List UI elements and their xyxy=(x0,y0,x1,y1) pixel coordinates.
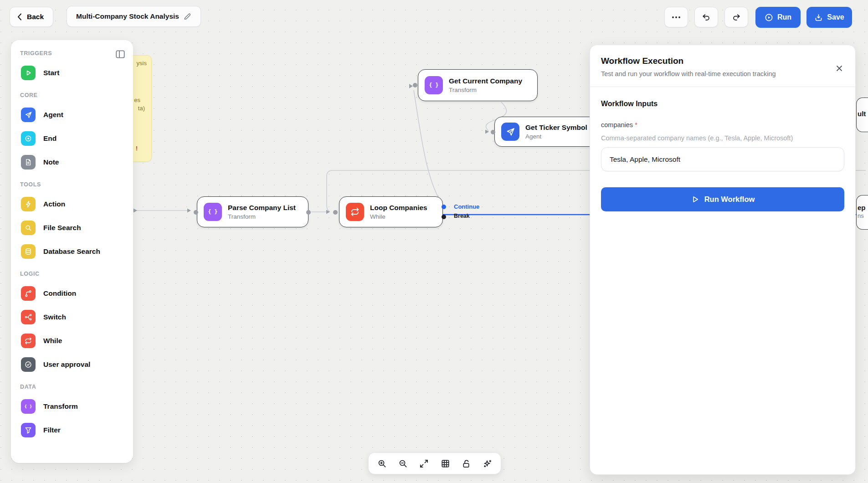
node-subtitle: Transform xyxy=(228,213,296,220)
node-title: Get Ticker Symbol xyxy=(525,123,587,132)
sidebar-section-header: DATA xyxy=(20,384,124,390)
run-workflow-button[interactable]: Run Workflow xyxy=(601,187,844,211)
workflow-inputs-heading: Workflow Inputs xyxy=(601,100,844,108)
sidebar-item-label: User approval xyxy=(43,360,90,369)
sidebar-item-agent[interactable]: Agent xyxy=(19,103,125,127)
sidebar-item-condition[interactable]: Condition xyxy=(19,282,125,305)
clipped-node-text: ult xyxy=(858,110,868,118)
play-icon xyxy=(691,195,699,204)
sidebar-item-label: File Search xyxy=(43,224,81,232)
input-handle[interactable] xyxy=(194,210,198,215)
node-subtitle: Transform xyxy=(449,87,522,93)
loop-icon xyxy=(21,334,36,348)
sidebar-section-header: TOOLS xyxy=(20,181,124,188)
sidebar-item-end[interactable]: End xyxy=(19,127,125,150)
send-icon xyxy=(21,108,36,122)
sidebar-item-label: Filter xyxy=(43,426,61,434)
sidebar-section-header: TRIGGERS xyxy=(20,50,124,57)
grid-icon xyxy=(441,459,450,468)
sidebar-item-label: Action xyxy=(43,200,65,208)
break-edge-label: Break xyxy=(454,213,470,219)
branch-icon xyxy=(21,286,36,301)
input-handle[interactable] xyxy=(491,130,495,134)
close-panel-button[interactable] xyxy=(832,62,844,74)
field-label-text: companies xyxy=(601,121,633,128)
sidebar-sections: TRIGGERSStartCOREAgentEndNoteTOOLSAction… xyxy=(19,50,125,442)
target-icon xyxy=(21,131,36,146)
svg-text:{ }: { } xyxy=(208,209,218,215)
unlock-icon xyxy=(462,459,471,468)
canvas-toolbar xyxy=(368,452,501,474)
collapse-sidebar-button[interactable] xyxy=(112,47,126,61)
panel-title: Workflow Execution xyxy=(601,56,844,66)
check-icon xyxy=(21,357,36,372)
output-handle[interactable] xyxy=(306,210,311,215)
companies-field-label: companies * xyxy=(601,121,844,128)
svg-text:{ }: { } xyxy=(25,404,32,409)
node-subtitle: Agent xyxy=(525,133,587,140)
svg-text:{ }: { } xyxy=(429,82,439,88)
input-handle[interactable] xyxy=(413,83,417,87)
close-icon xyxy=(835,64,843,72)
sidebar-item-start[interactable]: Start xyxy=(19,61,125,85)
sidebar-item-while[interactable]: While xyxy=(19,329,125,353)
bolt-icon xyxy=(21,197,36,211)
note-icon xyxy=(21,155,36,170)
continue-edge-label: Continue xyxy=(454,203,479,210)
sidebar-item-label: Database Search xyxy=(43,247,100,256)
sidebar-item-label: Condition xyxy=(43,289,76,298)
break-handle[interactable] xyxy=(442,215,446,219)
sidebar-item-file-search[interactable]: File Search xyxy=(19,216,125,240)
expand-icon xyxy=(419,459,429,468)
toggle-grid-button[interactable] xyxy=(437,456,453,471)
sidebar-item-action[interactable]: Action xyxy=(19,192,125,216)
braces-icon: { } xyxy=(204,203,222,221)
lock-canvas-button[interactable] xyxy=(459,456,474,471)
sidebar-item-label: Start xyxy=(43,69,59,77)
sidebar-item-transform[interactable]: { }Transform xyxy=(19,395,125,418)
clipped-node[interactable]: ep ns xyxy=(856,195,868,230)
search-icon xyxy=(21,221,36,235)
sticky-text-fragment: ysis xyxy=(137,60,147,67)
edge-continue-to-get-current xyxy=(414,90,443,206)
input-handle[interactable] xyxy=(333,210,338,215)
sidebar-collapse-icon xyxy=(115,49,126,60)
node-parse-company-list[interactable]: { } Parse Company List Transform xyxy=(197,196,308,227)
sidebar-item-database-search[interactable]: Database Search xyxy=(19,240,125,263)
auto-layout-button[interactable] xyxy=(480,456,495,471)
continue-handle[interactable] xyxy=(442,205,446,209)
split-icon xyxy=(21,310,36,324)
node-loop-companies[interactable]: Loop Companies While xyxy=(339,196,443,227)
sidebar-item-label: Transform xyxy=(43,402,78,411)
sidebar-item-user-approval[interactable]: User approval xyxy=(19,353,125,376)
braces-icon: { } xyxy=(425,76,443,94)
loop-icon xyxy=(346,203,364,221)
workflow-execution-panel: Workflow Execution Test and run your wor… xyxy=(590,45,856,475)
sidebar-section-header: CORE xyxy=(20,92,124,98)
clipped-node[interactable]: ult xyxy=(856,98,868,132)
sidebar-item-filter[interactable]: Filter xyxy=(19,418,125,442)
sidebar-item-label: End xyxy=(43,134,56,143)
node-get-current-company[interactable]: { } Get Current Company Transform xyxy=(418,69,538,101)
zoom-in-button[interactable] xyxy=(374,456,390,471)
sticky-text-fragment: es xyxy=(134,97,140,103)
sidebar-item-label: Note xyxy=(43,158,59,166)
clipped-node-subtext: ns xyxy=(858,212,868,219)
required-asterisk: * xyxy=(635,121,637,128)
panel-subtitle: Test and run your workflow with real-tim… xyxy=(601,70,844,77)
node-title: Loop Companies xyxy=(370,204,427,212)
companies-field-help: Comma-separated company names (e.g., Tes… xyxy=(601,134,844,142)
database-icon xyxy=(21,244,36,259)
sidebar-section-header: LOGIC xyxy=(20,271,124,277)
companies-input[interactable] xyxy=(601,147,844,171)
sticky-text-fragment: ta) xyxy=(138,105,145,112)
zoom-out-icon xyxy=(398,459,408,468)
divider xyxy=(590,87,855,87)
sparkles-icon xyxy=(483,459,492,468)
fit-view-button[interactable] xyxy=(416,456,432,471)
sidebar-item-note[interactable]: Note xyxy=(19,150,125,174)
sidebar-item-switch[interactable]: Switch xyxy=(19,305,125,329)
sidebar-item-label: While xyxy=(43,337,62,345)
zoom-out-button[interactable] xyxy=(395,456,411,471)
filter-icon xyxy=(21,423,36,437)
